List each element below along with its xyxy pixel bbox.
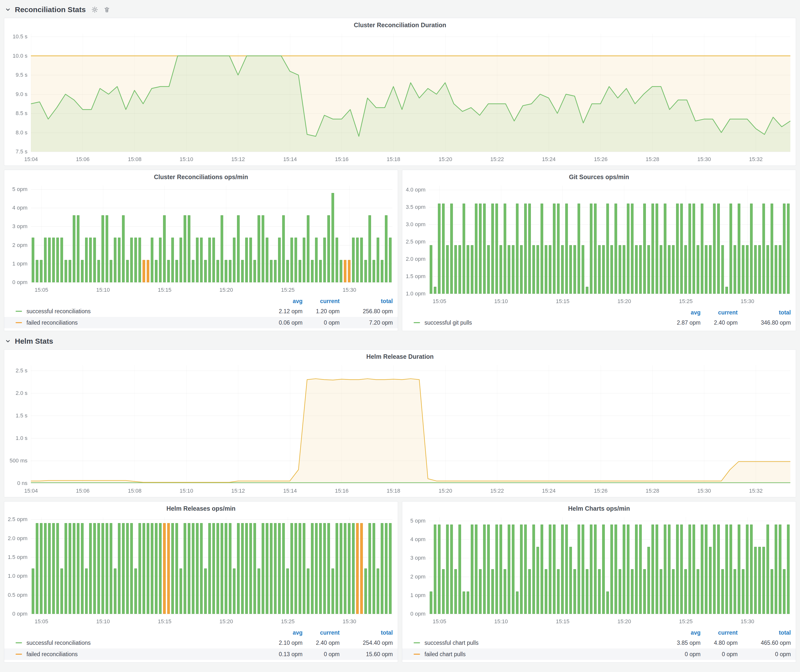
panel-title-cluster-reconciliations-opm[interactable]: Cluster Reconciliations ops/min (4, 170, 398, 182)
panel-title-helm-release-duration[interactable]: Helm Release Duration (4, 350, 796, 361)
legend-helm-releases: avg current total successful reconciliat… (4, 628, 398, 662)
legend-total-value: 346.80 opm (738, 319, 791, 326)
legend-header-total[interactable]: total (738, 629, 791, 636)
chevron-down-icon[interactable] (5, 7, 11, 13)
legend-total-value: 465.60 opm (738, 640, 791, 646)
series-dash-orange (16, 322, 22, 323)
chevron-down-icon[interactable] (5, 338, 11, 344)
panel-title-helm-charts-opm[interactable]: Helm Charts ops/min (402, 502, 796, 513)
cluster-reconciliations-opm-chart[interactable] (4, 182, 398, 296)
panel-title-helm-releases-opm[interactable]: Helm Releases ops/min (4, 502, 398, 513)
legend-current-value: 2.40 opm (302, 640, 340, 646)
legend-current-value: 0 opm (701, 651, 738, 658)
legend-git-sources: avg current total successful git pulls 2… (402, 307, 796, 331)
legend-series-name[interactable]: failed chart pulls (424, 651, 664, 658)
legend-header-current[interactable]: current (302, 298, 340, 305)
legend-row-successful-chart-pulls: successful chart pulls 3.85 opm 4.80 opm… (402, 637, 796, 648)
legend-header-row: avg current total (4, 297, 398, 306)
legend-row-successful-reconciliations: successful reconciliations 2.10 opm 2.40… (4, 637, 398, 648)
legend-header-row: avg current total (4, 628, 398, 637)
series-dash-green (16, 642, 22, 643)
legend-current-value: 0 opm (302, 319, 340, 326)
legend-series-name[interactable]: successful reconciliations (26, 308, 266, 315)
legend-current-value: 0 opm (302, 651, 340, 658)
legend-header-total[interactable]: total (340, 629, 393, 636)
series-dash-green (414, 322, 420, 323)
legend-total-value: 7.20 opm (340, 319, 393, 326)
legend-avg-value: 0.06 opm (266, 319, 302, 326)
panel-helm-releases-opm: Helm Releases ops/min avg current total … (4, 501, 398, 662)
legend-series-name[interactable]: successful reconciliations (26, 640, 266, 646)
legend-avg-value: 2.87 opm (664, 319, 701, 326)
legend-series-name[interactable]: successful chart pulls (424, 640, 664, 646)
legend-series-name[interactable]: failed reconciliations (26, 651, 266, 658)
legend-header-row: avg current total (402, 308, 796, 317)
legend-total-value: 254.40 opm (340, 640, 393, 646)
gear-icon[interactable] (91, 6, 98, 13)
legend-current-value: 4.80 opm (701, 640, 738, 646)
legend-total-value: 0 opm (738, 651, 791, 658)
panel-title-git-sources-opm[interactable]: Git Sources ops/min (402, 170, 796, 182)
legend-avg-value: 3.85 opm (664, 640, 701, 646)
legend-avg-value: 0 opm (664, 651, 701, 658)
section-title[interactable]: Reconciliation Stats (15, 5, 86, 14)
panel-helm-charts-opm: Helm Charts ops/min avg current total su… (402, 501, 796, 662)
legend-avg-value: 0.13 opm (266, 651, 302, 658)
legend-series-name[interactable]: successful git pulls (424, 319, 664, 326)
legend-total-value: 256.80 opm (340, 308, 393, 315)
panel-title-cluster-reconciliation-duration[interactable]: Cluster Reconciliation Duration (4, 18, 796, 30)
section-title[interactable]: Helm Stats (15, 337, 53, 346)
section-row-helm-stats[interactable]: Helm Stats (4, 335, 796, 349)
legend-header-avg[interactable]: avg (266, 298, 302, 305)
legend-current-value: 1.20 opm (302, 308, 340, 315)
legend-row-failed-chart-pulls: failed chart pulls 0 opm 0 opm 0 opm (402, 648, 796, 660)
legend-header-row: avg current total (402, 628, 796, 637)
legend-row-successful-git-pulls: successful git pulls 2.87 opm 2.40 opm 3… (402, 317, 796, 328)
trash-icon[interactable] (104, 6, 110, 13)
section-row-reconciliation-stats[interactable]: Reconciliation Stats (4, 3, 796, 18)
legend-header-total[interactable]: total (738, 309, 791, 316)
legend-current-value: 2.40 opm (701, 319, 738, 326)
legend-header-avg[interactable]: avg (664, 629, 701, 636)
legend-header-avg[interactable]: avg (664, 309, 701, 316)
legend-header-current[interactable]: current (701, 309, 738, 316)
series-dash-green (414, 642, 420, 643)
panel-cluster-reconciliation-duration: Cluster Reconciliation Duration (4, 18, 796, 166)
helm-release-duration-chart[interactable] (4, 361, 796, 497)
legend-row-failed-reconciliations: failed reconciliations 0.13 opm 0 opm 15… (4, 648, 398, 660)
legend-row-failed-reconciliations: failed reconciliations 0.06 opm 0 opm 7.… (4, 317, 398, 328)
helm-releases-opm-chart[interactable] (4, 513, 398, 628)
panel-git-sources-opm: Git Sources ops/min avg current total su… (402, 170, 796, 331)
legend-header-current[interactable]: current (701, 629, 738, 636)
series-dash-orange (414, 654, 420, 655)
legend-header-total[interactable]: total (340, 298, 393, 305)
helm-charts-opm-chart[interactable] (402, 513, 796, 628)
legend-avg-value: 2.10 opm (266, 640, 302, 646)
panel-helm-release-duration: Helm Release Duration (4, 349, 796, 497)
legend-avg-value: 2.12 opm (266, 308, 302, 315)
legend-series-name[interactable]: failed reconciliations (26, 319, 266, 326)
legend-helm-charts: avg current total successful chart pulls… (402, 628, 796, 662)
panel-cluster-reconciliations-opm: Cluster Reconciliations ops/min avg curr… (4, 170, 398, 331)
legend-row-successful-reconciliations: successful reconciliations 2.12 opm 1.20… (4, 306, 398, 317)
git-sources-opm-chart[interactable] (402, 182, 796, 307)
legend-total-value: 15.60 opm (340, 651, 393, 658)
cluster-reconciliation-duration-chart[interactable] (4, 30, 796, 166)
series-dash-orange (16, 654, 22, 655)
legend-header-avg[interactable]: avg (266, 629, 302, 636)
legend-header-current[interactable]: current (302, 629, 340, 636)
series-dash-green (16, 311, 22, 312)
legend-cluster-reconciliations: avg current total successful reconciliat… (4, 296, 398, 331)
